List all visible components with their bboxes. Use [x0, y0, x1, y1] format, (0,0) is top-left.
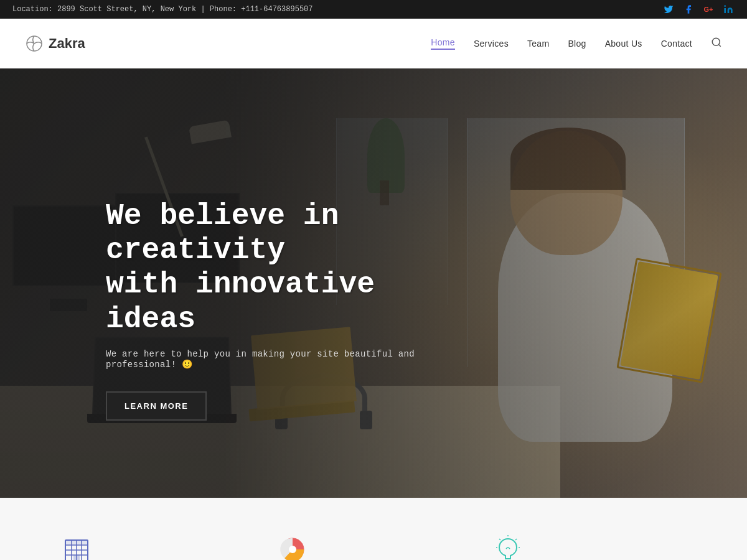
svg-rect-11 — [73, 555, 80, 560]
svg-point-0 — [724, 5, 726, 7]
linkedin-icon[interactable] — [722, 3, 735, 16]
facebook-icon[interactable] — [682, 3, 695, 16]
header: Zakra Home Services Team Blog About Us C… — [0, 19, 747, 68]
hero-content: We believe in creativitywith innovative … — [106, 199, 467, 421]
svg-line-19 — [499, 539, 500, 540]
search-icon[interactable] — [711, 37, 722, 51]
logo-text: Zakra — [49, 35, 85, 52]
feature-card-marketing: Marketing strategy Our app will not only… — [278, 535, 469, 560]
logo[interactable]: Zakra — [25, 34, 85, 53]
hero-title: We believe in creativitywith innovative … — [106, 199, 467, 337]
twitter-icon[interactable] — [662, 3, 675, 16]
feature-card-insights: Powerful insights We will give you power… — [494, 535, 685, 560]
nav-home[interactable]: Home — [431, 37, 455, 50]
svg-line-17 — [515, 539, 517, 540]
building-icon — [62, 535, 93, 560]
svg-point-2 — [712, 38, 720, 45]
svg-point-13 — [289, 546, 296, 553]
top-bar: Location: 2899 Scott Street, NY, New Yor… — [0, 0, 747, 19]
social-links: G+ — [662, 3, 735, 16]
nav-contact[interactable]: Contact — [661, 39, 692, 49]
hero-subtitle: We are here to help you in making your s… — [106, 349, 467, 370]
nav-about[interactable]: About Us — [605, 39, 642, 49]
learn-more-button[interactable]: LEARN MORE — [106, 391, 207, 421]
feature-card-build: Build from the ground up Our systems are… — [62, 535, 253, 560]
nav-blog[interactable]: Blog — [568, 39, 586, 49]
features-section: Build from the ground up Our systems are… — [0, 498, 747, 560]
googleplus-icon[interactable]: G+ — [702, 3, 715, 16]
contact-info: Location: 2899 Scott Street, NY, New Yor… — [12, 5, 312, 14]
bulb-icon — [494, 535, 525, 560]
chart-icon — [278, 535, 309, 560]
hero-section: We believe in creativitywith innovative … — [0, 68, 747, 498]
nav-services[interactable]: Services — [474, 39, 509, 49]
nav-team[interactable]: Team — [527, 39, 549, 49]
main-nav: Home Services Team Blog About Us Contact — [431, 37, 722, 51]
logo-icon — [25, 34, 44, 53]
